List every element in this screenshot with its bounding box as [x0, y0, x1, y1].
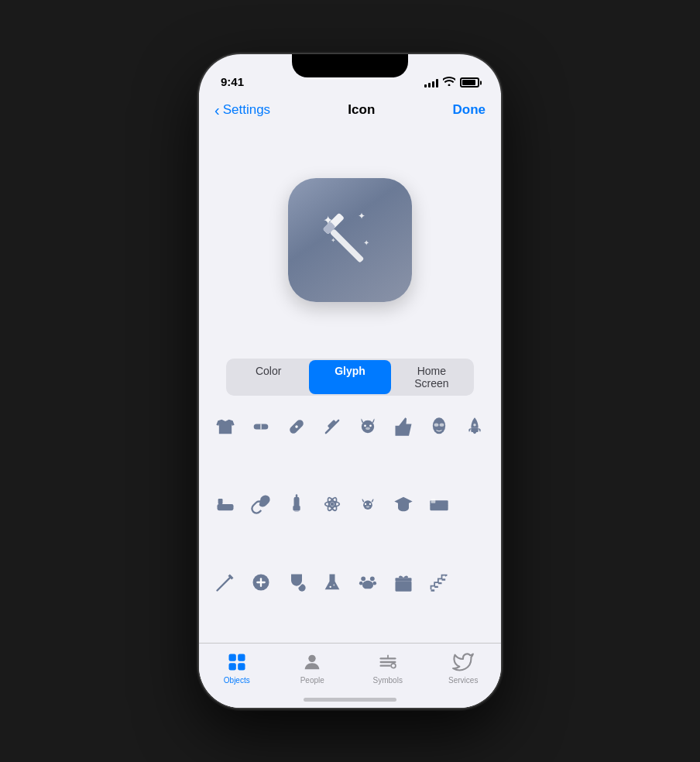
- svg-point-16: [369, 424, 372, 427]
- magic-wand-icon: ✦ ✦ ✦ ✦: [307, 197, 393, 283]
- notch: [292, 54, 408, 77]
- svg-point-79: [391, 664, 396, 668]
- svg-point-20: [440, 424, 444, 427]
- back-label[interactable]: Settings: [223, 102, 270, 118]
- icon-gift[interactable]: [389, 567, 417, 598]
- icon-syringe[interactable]: [318, 411, 346, 442]
- svg-rect-68: [396, 581, 412, 591]
- svg-rect-23: [218, 504, 234, 510]
- main-content: ✦ ✦ ✦ ✦ Color Glyph Home Screen: [199, 127, 501, 708]
- svg-point-31: [294, 510, 300, 513]
- svg-rect-44: [430, 504, 448, 510]
- svg-point-36: [363, 501, 372, 510]
- svg-rect-71: [228, 654, 235, 661]
- svg-text:✦: ✦: [331, 237, 336, 244]
- svg-point-15: [364, 424, 366, 427]
- svg-rect-30: [296, 494, 297, 498]
- svg-point-67: [372, 581, 376, 585]
- svg-line-49: [218, 578, 230, 590]
- navigation-bar: ‹ Settings Icon Done: [199, 93, 501, 127]
- people-icon: [301, 651, 323, 673]
- svg-line-41: [371, 510, 372, 513]
- tab-people[interactable]: People: [275, 651, 351, 685]
- icon-bathtub[interactable]: [211, 489, 239, 520]
- svg-rect-72: [238, 654, 245, 661]
- icon-graduation[interactable]: [389, 489, 417, 520]
- people-tab-label: People: [300, 676, 324, 685]
- svg-point-63: [333, 584, 335, 585]
- status-icons: [424, 77, 479, 88]
- tab-symbols[interactable]: Symbols: [350, 651, 426, 685]
- back-arrow-icon: ‹: [214, 101, 220, 119]
- icon-capsule[interactable]: [247, 411, 275, 442]
- icon-add-circle[interactable]: [247, 567, 275, 598]
- svg-rect-74: [238, 663, 245, 670]
- icon-bed[interactable]: [425, 489, 453, 520]
- icon-paw[interactable]: [354, 567, 382, 598]
- svg-point-39: [366, 506, 370, 508]
- icon-rocket[interactable]: [461, 411, 489, 442]
- objects-icon: [226, 651, 248, 673]
- svg-point-62: [330, 585, 331, 587]
- svg-rect-25: [218, 499, 223, 504]
- tab-glyph[interactable]: Glyph: [309, 360, 390, 394]
- svg-point-10: [295, 425, 298, 428]
- app-icon[interactable]: ✦ ✦ ✦ ✦: [288, 178, 412, 302]
- svg-rect-2: [330, 228, 365, 263]
- icon-alien[interactable]: [425, 411, 453, 442]
- services-icon: [452, 651, 474, 673]
- home-indicator: [304, 698, 396, 702]
- icon-wand[interactable]: [211, 567, 239, 598]
- status-time: 9:41: [221, 75, 244, 88]
- svg-line-40: [364, 510, 365, 513]
- objects-tab-label: Objects: [224, 676, 250, 685]
- segment-control: Color Glyph Home Screen: [226, 359, 474, 396]
- svg-point-22: [473, 424, 476, 427]
- icon-flask[interactable]: [318, 567, 346, 598]
- icon-link[interactable]: [247, 489, 275, 520]
- page-title: Icon: [348, 102, 375, 118]
- services-tab-label: Services: [448, 676, 478, 685]
- symbols-tab-label: Symbols: [373, 676, 403, 685]
- wifi-icon: [443, 77, 455, 88]
- icon-grid: [199, 405, 501, 643]
- icon-inhaler[interactable]: [283, 489, 311, 520]
- tab-color[interactable]: Color: [228, 360, 309, 394]
- back-button[interactable]: ‹ Settings: [214, 101, 270, 119]
- icon-stethoscope[interactable]: [283, 567, 311, 598]
- svg-point-65: [370, 576, 375, 581]
- svg-point-66: [359, 581, 363, 585]
- svg-point-17: [365, 427, 370, 431]
- svg-point-38: [369, 503, 371, 505]
- icon-shirt[interactable]: [211, 411, 239, 442]
- svg-point-75: [309, 655, 316, 662]
- tab-objects[interactable]: Objects: [199, 651, 275, 685]
- icon-empty-1: [461, 489, 489, 520]
- phone-frame: 9:41 ‹ Settings Icon Done: [199, 54, 501, 708]
- svg-rect-73: [228, 663, 235, 670]
- svg-point-14: [362, 420, 374, 433]
- svg-rect-46: [431, 499, 436, 503]
- svg-point-64: [361, 576, 365, 581]
- done-button[interactable]: Done: [453, 102, 486, 118]
- svg-rect-69: [396, 578, 412, 582]
- svg-point-32: [331, 503, 335, 506]
- icon-preview-area: ✦ ✦ ✦ ✦: [199, 127, 501, 352]
- signal-icon: [424, 78, 438, 88]
- icon-dog[interactable]: [354, 489, 382, 520]
- symbols-icon: [377, 651, 399, 673]
- icon-stairs[interactable]: [425, 567, 453, 598]
- svg-point-19: [434, 424, 439, 427]
- icon-empty-2: [461, 567, 489, 598]
- icon-atom[interactable]: [318, 489, 346, 520]
- icon-thumbsup[interactable]: [389, 411, 417, 442]
- icon-bandage[interactable]: [283, 411, 311, 442]
- icon-dog-face[interactable]: [354, 411, 382, 442]
- svg-text:✦: ✦: [358, 211, 365, 221]
- svg-text:✦: ✦: [363, 239, 369, 247]
- segment-tabs: Color Glyph Home Screen: [199, 352, 501, 405]
- svg-line-13: [327, 430, 330, 433]
- svg-rect-21: [471, 427, 478, 432]
- tab-services[interactable]: Services: [426, 651, 502, 685]
- tab-home-screen[interactable]: Home Screen: [391, 360, 472, 394]
